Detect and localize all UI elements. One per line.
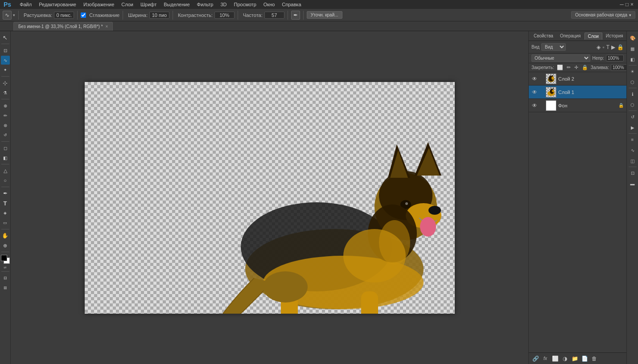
tab-close-btn[interactable]: × — [106, 24, 108, 29]
document-tab[interactable]: Без имени-1 @ 33,3% (Слой 1, RGB/8*) * × — [13, 22, 113, 31]
tool-shape[interactable]: ▭ — [1, 218, 10, 227]
lock-row: Закрепить: ⬜ ✏ ✛ 🔒 Заливка: — [529, 63, 626, 72]
menu-3d[interactable]: 3D — [217, 1, 230, 8]
right-icon-swatches[interactable]: ▦ — [628, 44, 638, 53]
filter-color-icon[interactable]: ▫ — [602, 44, 604, 50]
right-icon-channels[interactable]: ≡ — [628, 135, 638, 144]
panel-tab-operation[interactable]: Операция — [557, 33, 584, 39]
right-icon-history[interactable]: ↺ — [628, 112, 638, 122]
blend-mode-select[interactable]: Обычные — [531, 54, 590, 62]
mask-btn[interactable]: ⬜ — [551, 355, 559, 363]
tool-pen[interactable]: ✒ — [1, 189, 10, 198]
link-layers-btn[interactable]: 🔗 — [531, 355, 539, 363]
window-close[interactable]: × — [630, 1, 634, 8]
tool-lasso[interactable]: ∿ — [1, 56, 10, 65]
layer-row-background[interactable]: 👁 Фон 🔒 — [529, 99, 626, 112]
tool-mask-mode[interactable]: ⊟ — [1, 274, 10, 282]
right-icon-actions[interactable]: ▶ — [628, 123, 638, 132]
right-icon-3d[interactable]: ⬡ — [628, 100, 638, 110]
window-maximize[interactable]: □ — [626, 1, 629, 8]
tool-zoom[interactable]: ⊕ — [1, 241, 10, 250]
layer-row-layer1[interactable]: 👁 Слой 1 — [529, 86, 626, 99]
filter-kind-icon[interactable]: ◈ — [597, 44, 601, 50]
menu-file[interactable]: Файл — [16, 1, 35, 8]
background-visibility-toggle[interactable]: 👁 — [531, 102, 538, 109]
panel-tab-layers[interactable]: Слои — [584, 33, 602, 40]
tool-magic-wand[interactable]: ✦ — [1, 65, 10, 74]
tool-eyedropper[interactable]: ⚗ — [1, 88, 10, 97]
refine-edge-btn[interactable]: Уточн. край... — [307, 11, 342, 19]
tool-divider-6 — [1, 187, 9, 187]
tool-hand[interactable]: ✋ — [1, 231, 10, 240]
layer2-visibility-toggle[interactable]: 👁 — [531, 76, 538, 82]
tool-heal[interactable]: ⊕ — [1, 101, 10, 110]
tool-dropdown-arrow[interactable]: ▾ — [13, 13, 15, 17]
adjustment-btn[interactable]: ◑ — [561, 355, 569, 363]
right-icon-styles[interactable]: ⬡ — [628, 77, 638, 87]
tool-gradient[interactable]: ◧ — [1, 153, 10, 162]
fill-input[interactable] — [611, 64, 629, 71]
contrast-input[interactable]: 10% — [214, 12, 235, 19]
tool-path-select[interactable]: ◈ — [1, 209, 10, 217]
tool-clone[interactable]: ⊛ — [1, 121, 10, 130]
menu-select[interactable]: Выделение — [161, 1, 193, 8]
filter-lock-icon[interactable]: 🔒 — [617, 44, 624, 50]
view-type-select[interactable]: Вид — [541, 43, 566, 51]
antialiasing-checkbox[interactable] — [81, 12, 86, 18]
swap-colors-btn[interactable]: ⇄ — [4, 266, 7, 270]
right-icon-color[interactable]: 🎨 — [628, 33, 638, 43]
tool-move[interactable]: ↖ — [1, 33, 10, 42]
menu-window[interactable]: Окно — [260, 1, 278, 8]
panel-tab-properties[interactable]: Свойства — [531, 33, 556, 39]
tool-crop[interactable]: ⊹ — [1, 78, 10, 87]
tool-brush[interactable]: ✏ — [1, 111, 10, 120]
tool-history-brush[interactable]: ↺ — [1, 131, 10, 139]
tool-eraser[interactable]: ◻ — [1, 143, 10, 152]
panel-tab-history[interactable]: История — [603, 33, 626, 39]
tool-dodge[interactable]: ○ — [1, 176, 10, 185]
tool-divider-9 — [1, 271, 9, 272]
menu-image[interactable]: Изображение — [80, 1, 117, 8]
right-icon-gradients[interactable]: ◧ — [628, 54, 638, 64]
tool-text[interactable]: T — [1, 199, 10, 208]
lock-all-btn[interactable]: 🔒 — [581, 64, 589, 71]
menu-help[interactable]: Справка — [279, 1, 304, 8]
tool-select-rect[interactable]: ⊡ — [1, 46, 10, 55]
right-icon-navigator[interactable]: ⊡ — [628, 168, 638, 178]
svg-point-20 — [343, 229, 406, 282]
window-minimize[interactable]: ─ — [620, 1, 624, 8]
right-icon-layers[interactable]: ◫ — [628, 156, 638, 166]
frequency-input[interactable]: 57 — [264, 12, 284, 19]
stylus-btn[interactable]: ✒ — [291, 11, 300, 20]
lock-position-btn[interactable]: ✛ — [573, 64, 579, 71]
right-icon-timeline[interactable]: ▬ — [628, 179, 638, 188]
filter-smart-icon[interactable]: ▶ — [611, 44, 615, 50]
delete-layer-btn[interactable]: 🗑 — [590, 355, 598, 363]
foreground-color-swatch[interactable] — [1, 255, 7, 261]
lock-pixels-btn[interactable]: ⬜ — [556, 64, 564, 71]
right-icon-paths[interactable]: ∿ — [628, 145, 638, 155]
fx-btn[interactable]: fx — [541, 355, 549, 363]
opacity-input[interactable] — [606, 55, 624, 61]
menu-view[interactable]: Просмотр — [231, 1, 259, 8]
lock-image-btn[interactable]: ✏ — [566, 64, 572, 71]
right-icon-info[interactable]: ℹ — [628, 89, 638, 99]
group-btn[interactable]: 📁 — [571, 355, 579, 363]
menu-layer[interactable]: Слои — [118, 1, 136, 8]
workspace-selector[interactable]: Основная рабочая среда ▾ — [571, 11, 635, 19]
layer1-visibility-toggle[interactable]: 👁 — [531, 89, 538, 95]
menu-edit[interactable]: Редактирование — [36, 1, 79, 8]
right-icon-adjustments[interactable]: ☀ — [628, 66, 638, 76]
color-swatches[interactable] — [1, 255, 10, 264]
layer-row-layer2[interactable]: 👁 Слой 2 — [529, 72, 626, 86]
tool-screen-mode[interactable]: ⊞ — [1, 283, 10, 292]
filter-adjustment-icon[interactable]: T — [606, 44, 609, 50]
canvas-area[interactable] — [11, 31, 528, 364]
width-input[interactable]: 10 пио — [149, 12, 169, 19]
feather-input[interactable]: 0 пикс. — [54, 12, 74, 19]
tool-blur[interactable]: △ — [1, 166, 10, 175]
new-layer-btn[interactable]: 📄 — [580, 355, 589, 363]
menu-type[interactable]: Шрифт — [137, 1, 160, 8]
svg-point-32 — [552, 90, 555, 92]
menu-filter[interactable]: Фильтр — [194, 1, 217, 8]
